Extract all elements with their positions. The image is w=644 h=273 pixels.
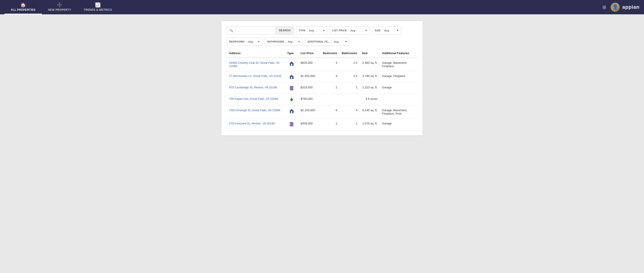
svg-rect-1 — [291, 77, 292, 79]
svg-rect-7 — [290, 89, 291, 90]
bedrooms-filter-value: Any — [248, 40, 256, 43]
cell-type — [285, 119, 298, 130]
plus-icon: ➕ — [57, 2, 62, 8]
cell-bedrooms — [321, 94, 340, 105]
cell-bathrooms: 2.5 — [340, 58, 360, 71]
search-icon: 🔍 — [227, 29, 235, 32]
property-address-link[interactable]: 24450 Country Club Dr, Great Falls, VA 2… — [229, 61, 280, 68]
svg-rect-18 — [292, 125, 293, 126]
cell-address: 7303 Amerige St, Great Falls, VA 22066 — [227, 105, 285, 119]
col-header-bathrooms: Bathrooms — [340, 49, 360, 58]
search-wrap: 🔍 SEARCH — [227, 27, 294, 35]
svg-rect-8 — [292, 89, 293, 90]
property-address-link[interactable]: 279 Crescent Dr, Reston, VA 20190 — [229, 122, 275, 125]
svg-rect-17 — [290, 125, 291, 126]
additional-features-filter-arrow: ▼ — [345, 40, 347, 43]
cell-bathrooms: 2.5 — [340, 71, 360, 83]
cell-additional-features: Garage — [380, 119, 417, 130]
cell-list-price: $1,450,000 — [298, 71, 321, 83]
navbar: 🏠 ALL PROPERTIES ➕ NEW PROPERTY 📈 TRENDS… — [0, 0, 644, 14]
list-price-filter-arrow: ▼ — [365, 29, 368, 32]
search-button[interactable]: SEARCH — [276, 27, 294, 34]
cell-additional-features — [380, 94, 417, 105]
size-filter[interactable]: SIZE | Any ▼ — [372, 27, 401, 35]
svg-rect-15 — [290, 124, 291, 124]
table-row: 756 Aspen Ave, Great Falls, VA 22066 $75… — [227, 94, 417, 105]
property-type-icon — [287, 97, 296, 102]
type-filter-arrow: ▼ — [323, 29, 325, 32]
cell-bathrooms: 4 — [340, 105, 360, 119]
bedrooms-filter[interactable]: BEDROOMS | Any ▼ — [227, 38, 262, 46]
cell-additional-features: Garage — [380, 83, 417, 94]
svg-rect-3 — [290, 87, 291, 88]
property-type-icon — [287, 86, 296, 91]
cell-size: 2,480 sq. ft. — [360, 58, 380, 71]
property-address-link[interactable]: 970 Cambridge St, Reston, VA 20190 — [229, 86, 277, 89]
cell-list-price: $925,000 — [298, 58, 321, 71]
col-header-type: Type — [285, 49, 298, 58]
nav-item-trends-metrics[interactable]: 📈 TRENDS & METRICS — [77, 0, 118, 14]
cell-list-price: $2,150,000 — [298, 105, 321, 119]
svg-rect-10 — [291, 101, 292, 102]
property-address-link[interactable]: 77 Winchester Ln, Great Falls, VA 22102 — [229, 74, 282, 78]
cell-size: 1,070 sq. ft. — [360, 119, 380, 130]
cell-bedrooms: 4 — [321, 71, 340, 83]
grid-icon[interactable]: ⊞ — [602, 5, 606, 10]
list-price-filter-value: Any — [350, 29, 364, 32]
table-row: 970 Cambridge St, Reston, VA 20190 $315,… — [227, 83, 417, 94]
col-header-bedrooms: Bedrooms — [321, 49, 340, 58]
nav-items: 🏠 ALL PROPERTIES ➕ NEW PROPERTY 📈 TRENDS… — [4, 0, 602, 14]
cell-bathrooms — [340, 94, 360, 105]
cell-size: 6,140 sq. ft. — [360, 105, 380, 119]
svg-marker-9 — [290, 98, 294, 101]
cell-list-price: $750,000 — [298, 94, 321, 105]
svg-rect-11 — [291, 111, 292, 113]
col-header-additional-features: Additional Features — [380, 49, 417, 58]
filter-row-2: BEDROOMS | Any ▼ BATHROOMS | Any ▼ ADDIT… — [227, 38, 417, 46]
col-header-size: Size — [360, 49, 380, 58]
cell-type — [285, 94, 298, 105]
nav-label-trends-metrics: TRENDS & METRICS — [84, 8, 112, 12]
nav-item-new-property[interactable]: ➕ NEW PROPERTY — [42, 0, 77, 14]
svg-rect-12 — [290, 122, 294, 126]
search-input[interactable] — [235, 27, 276, 34]
col-header-address: Address — [227, 49, 285, 58]
cell-list-price: $459,000 — [298, 119, 321, 130]
cell-additional-features: Garage, Fireplace — [380, 71, 417, 83]
additional-features-filter[interactable]: ADDITIONAL FE... | Any ▼ — [305, 38, 350, 46]
additional-features-filter-label: ADDITIONAL FE... — [308, 40, 330, 43]
cell-type — [285, 71, 298, 83]
additional-features-filter-value: Any — [334, 40, 344, 43]
bathrooms-filter-arrow: ▼ — [298, 40, 300, 43]
nav-item-all-properties[interactable]: 🏠 ALL PROPERTIES — [4, 0, 42, 14]
cell-bedrooms: 2 — [321, 83, 340, 94]
filter-row-1: 🔍 SEARCH TYPE | Any ▼ LIST PRICE | Any ▼… — [227, 27, 417, 35]
cell-size: 1,210 sq. ft. — [360, 83, 380, 94]
nav-label-new-property: NEW PROPERTY — [48, 8, 71, 12]
property-address-link[interactable]: 756 Aspen Ave, Great Falls, VA 22066 — [229, 97, 278, 101]
table-row: 77 Winchester Ln, Great Falls, VA 22102 … — [227, 71, 417, 83]
type-filter[interactable]: TYPE | Any ▼ — [296, 27, 327, 35]
svg-rect-6 — [292, 88, 293, 88]
list-price-filter[interactable]: LIST PRICE | Any ▼ — [330, 27, 370, 35]
size-filter-arrow: ▼ — [396, 29, 399, 32]
property-type-icon — [287, 109, 296, 113]
appian-logo: appian — [622, 4, 640, 10]
nav-brand: ⊞ 👤 appian — [602, 3, 640, 12]
bedrooms-filter-arrow: ▼ — [258, 40, 260, 43]
svg-rect-13 — [290, 123, 291, 124]
home-icon: 🏠 — [20, 2, 26, 8]
cell-type — [285, 58, 298, 71]
cell-address: 756 Aspen Ave, Great Falls, VA 22066 — [227, 94, 285, 105]
table-row: 7303 Amerige St, Great Falls, VA 22066 $… — [227, 105, 417, 119]
cell-additional-features: Garage, Basement, Fireplace — [380, 58, 417, 71]
svg-rect-4 — [292, 87, 293, 88]
cell-bedrooms: 3 — [321, 58, 340, 71]
property-address-link[interactable]: 7303 Amerige St, Great Falls, VA 22066 — [229, 109, 280, 112]
cell-address: 24450 Country Club Dr, Great Falls, VA 2… — [227, 58, 285, 71]
bedrooms-filter-label: BEDROOMS — [229, 40, 245, 43]
cell-bedrooms: 1 — [321, 119, 340, 130]
cell-additional-features: Garage, Basement, Fireplace, Pool — [380, 105, 417, 119]
bathrooms-filter[interactable]: BATHROOMS | Any ▼ — [265, 38, 303, 46]
cell-size: 3,790 sq. ft. — [360, 71, 380, 83]
